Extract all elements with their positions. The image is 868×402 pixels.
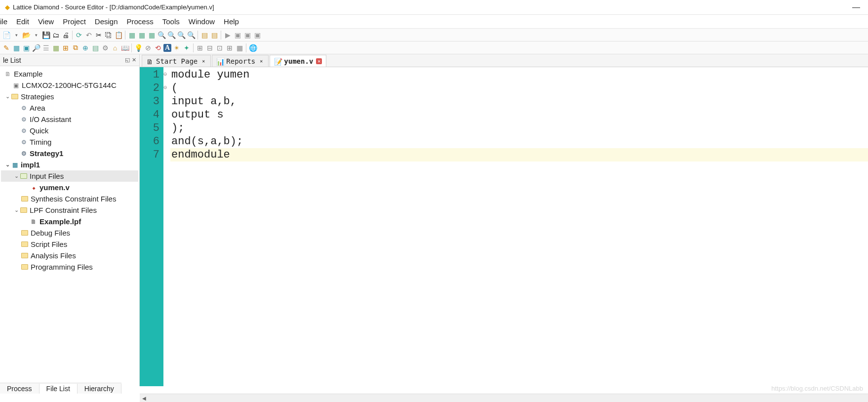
- collapse-icon[interactable]: ⌄: [13, 173, 20, 179]
- sidebar-float-icon[interactable]: ◱: [125, 57, 130, 63]
- cut-icon[interactable]: ✂: [94, 31, 103, 40]
- menu-file[interactable]: ile: [0, 17, 7, 26]
- menu-view[interactable]: View: [38, 17, 54, 26]
- tree-lpf[interactable]: ⌄LPF Constraint Files: [1, 204, 138, 216]
- run-a-icon[interactable]: ▶: [223, 31, 232, 40]
- t2-grid-icon[interactable]: ▦: [12, 43, 21, 52]
- tree-synth[interactable]: Synthesis Constraint Files: [1, 193, 138, 204]
- close-tab-icon[interactable]: ✕: [258, 58, 264, 64]
- bottom-tab-hierarchy[interactable]: Hierarchy: [78, 384, 121, 394]
- dropdown-icon[interactable]: ▾: [32, 31, 40, 40]
- menu-tools[interactable]: Tools: [162, 17, 180, 26]
- t2-search-icon[interactable]: 🔎: [32, 43, 40, 52]
- t2-win-b-icon[interactable]: ⊟: [205, 43, 214, 52]
- view-b-icon[interactable]: ▤: [210, 31, 219, 40]
- t2-list-icon[interactable]: ☰: [41, 43, 50, 52]
- horizontal-scrollbar[interactable]: ◀: [140, 394, 868, 402]
- code-lines[interactable]: module yumen ( input a,b, output s ); an…: [170, 67, 868, 386]
- tree-impl[interactable]: ⌄▦impl1: [1, 159, 138, 170]
- t2-link-icon[interactable]: ⟲: [154, 43, 162, 52]
- tree-device[interactable]: ▣LCMXO2-1200HC-5TG144C: [1, 80, 138, 91]
- t2-table-icon[interactable]: ▦: [51, 43, 60, 52]
- tree-strategies[interactable]: ⌄Strategies: [1, 91, 138, 102]
- tree-strategy-area[interactable]: ⚙Area: [1, 102, 138, 114]
- run-c-icon[interactable]: ▣: [243, 31, 252, 40]
- t2-net-icon[interactable]: ⚙: [101, 43, 110, 52]
- t2-home-icon[interactable]: ⌂: [111, 43, 119, 52]
- open-icon[interactable]: 📂: [22, 31, 31, 40]
- collapse-icon[interactable]: ⌄: [13, 207, 20, 213]
- view-a-icon[interactable]: ▤: [200, 31, 209, 40]
- t2-book-icon[interactable]: 📖: [120, 43, 129, 52]
- t2-board-icon[interactable]: ▤: [91, 43, 100, 52]
- bottom-tab-file-list[interactable]: File List: [39, 384, 78, 394]
- tree-file-yumen[interactable]: ⬥yumen.v: [1, 182, 138, 193]
- tool-c-icon[interactable]: ▦: [147, 31, 156, 40]
- print-icon[interactable]: 🖨: [61, 31, 70, 40]
- copy-icon[interactable]: ⿻: [104, 31, 113, 40]
- zoom-in-icon[interactable]: 🔍: [157, 31, 166, 40]
- tree-input-files[interactable]: ⌄Input Files: [1, 170, 138, 182]
- code-line[interactable]: (: [170, 81, 868, 95]
- tree-analysis[interactable]: Analysis Files: [1, 250, 138, 261]
- tree-programming[interactable]: Programming Files: [1, 261, 138, 273]
- tree-strategy-1[interactable]: ⚙Strategy1: [1, 148, 138, 159]
- t2-globe-icon[interactable]: ⊕: [81, 43, 90, 52]
- t2-win-d-icon[interactable]: ⊞: [225, 43, 234, 52]
- minimize-button[interactable]: —: [849, 3, 863, 12]
- tree-strategy-quick[interactable]: ⚙Quick: [1, 125, 138, 136]
- dropdown-icon[interactable]: ▾: [12, 31, 21, 40]
- close-tab-modified-icon[interactable]: ✕: [316, 58, 322, 64]
- tab-start-page[interactable]: 🗎 Start Page ✕: [142, 55, 211, 67]
- t2-blocks-icon[interactable]: ⊞: [61, 43, 70, 52]
- code-line[interactable]: input a,b,: [170, 95, 868, 108]
- collapse-icon[interactable]: ⌄: [4, 93, 11, 100]
- t2-win-a-icon[interactable]: ⊞: [196, 43, 204, 52]
- menu-help[interactable]: Help: [224, 17, 239, 26]
- tree-debug[interactable]: Debug Files: [1, 227, 138, 239]
- undo-icon[interactable]: ↶: [84, 31, 93, 40]
- menu-process[interactable]: Process: [127, 17, 154, 26]
- menu-edit[interactable]: Edit: [16, 17, 29, 26]
- save-all-icon[interactable]: 🗂: [51, 31, 60, 40]
- code-line[interactable]: );: [170, 121, 868, 135]
- tool-a-icon[interactable]: ▦: [127, 31, 136, 40]
- menu-window[interactable]: Window: [189, 17, 215, 26]
- sidebar-close-icon[interactable]: ✕: [132, 57, 136, 63]
- close-tab-icon[interactable]: ✕: [200, 58, 206, 64]
- t2-chip-icon[interactable]: ▣: [22, 43, 31, 52]
- code-line[interactable]: module yumen: [170, 68, 868, 81]
- t2-sparkle-icon[interactable]: ✦: [182, 43, 191, 52]
- tab-reports[interactable]: 📊 Reports ✕: [212, 55, 269, 67]
- t2-clock-icon[interactable]: ⊘: [144, 43, 153, 52]
- tab-yumen[interactable]: 📝 yumen.v ✕: [270, 55, 326, 67]
- t2-layers-icon[interactable]: ⧉: [71, 43, 80, 52]
- paste-icon[interactable]: 📋: [114, 31, 123, 40]
- t2-web-icon[interactable]: 🌐: [248, 43, 257, 52]
- tree-script[interactable]: Script Files: [1, 239, 138, 250]
- tree-strategy-io[interactable]: ⚙I/O Assistant: [1, 114, 138, 125]
- scroll-left-icon[interactable]: ◀: [140, 394, 148, 402]
- new-icon[interactable]: 📄: [2, 31, 11, 40]
- t2-pencil-icon[interactable]: ✎: [2, 43, 11, 52]
- t2-a-icon[interactable]: A: [163, 44, 171, 52]
- run-d-icon[interactable]: ▣: [253, 31, 262, 40]
- t2-win-e-icon[interactable]: ▦: [235, 43, 244, 52]
- zoom-out-icon[interactable]: 🔍: [167, 31, 176, 40]
- tree-file-lpf[interactable]: 🗎Example.lpf: [1, 216, 138, 227]
- refresh-icon[interactable]: ⟳: [75, 31, 83, 40]
- zoom-fit-icon[interactable]: 🔍: [177, 31, 186, 40]
- t2-win-c-icon[interactable]: ⊡: [215, 43, 224, 52]
- t2-target-icon[interactable]: ✴: [172, 43, 181, 52]
- run-b-icon[interactable]: ▣: [233, 31, 242, 40]
- t2-bulb-icon[interactable]: 💡: [134, 43, 143, 52]
- collapse-icon[interactable]: ⌄: [4, 161, 11, 168]
- zoom-sel-icon[interactable]: 🔍: [187, 31, 196, 40]
- code-line[interactable]: output s: [170, 108, 868, 121]
- tool-b-icon[interactable]: ▦: [137, 31, 146, 40]
- code-line-current[interactable]: endmodule: [170, 148, 868, 161]
- bottom-tab-process[interactable]: Process: [0, 384, 39, 394]
- tree-project[interactable]: 🗎Example: [1, 68, 138, 80]
- save-icon[interactable]: 💾: [41, 31, 50, 40]
- code-line[interactable]: and(s,a,b);: [170, 135, 868, 148]
